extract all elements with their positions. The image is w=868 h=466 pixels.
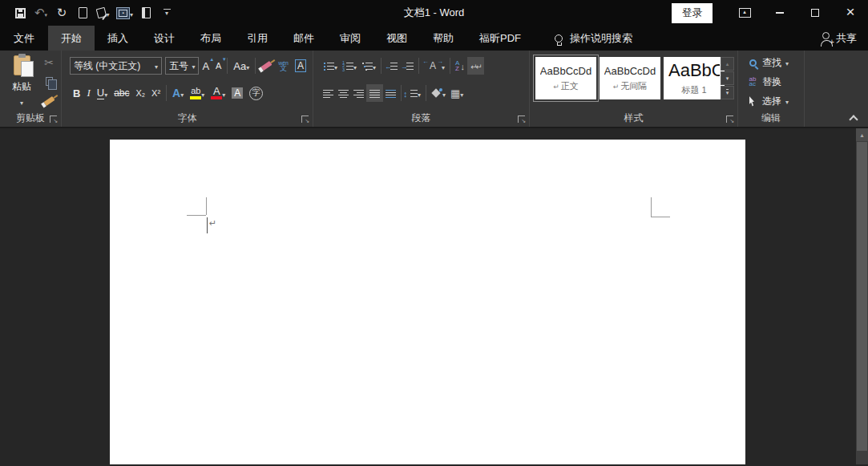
multilevel-list-button[interactable] xyxy=(359,57,378,75)
chevron-down-icon[interactable] xyxy=(222,86,225,100)
picture-frame-button[interactable] xyxy=(114,0,135,26)
cut-button[interactable] xyxy=(40,54,58,71)
minimize-button[interactable] xyxy=(762,0,797,26)
undo-dropdown-icon[interactable] xyxy=(45,6,48,20)
maximize-button[interactable] xyxy=(797,0,833,26)
font-name-combo[interactable]: 等线 (中文正文) xyxy=(70,57,162,75)
close-button[interactable] xyxy=(833,0,868,26)
superscript-button[interactable]: X² xyxy=(148,84,164,102)
undo-button[interactable] xyxy=(30,0,51,26)
clipboard-dialog-launcher-icon[interactable] xyxy=(50,115,57,123)
show-hide-marks-button[interactable] xyxy=(467,57,484,75)
line-spacing-button[interactable] xyxy=(404,84,423,102)
sort-button[interactable]: AZ xyxy=(453,57,467,75)
replace-button[interactable]: abac 替换 xyxy=(745,74,789,90)
font-color-button[interactable]: A xyxy=(208,84,228,102)
styles-more-button[interactable] xyxy=(721,86,734,99)
distribute-button[interactable] xyxy=(383,84,398,102)
tab-insert[interactable]: 插入 xyxy=(95,26,141,51)
redo-button[interactable] xyxy=(51,0,72,26)
tab-help[interactable]: 帮助 xyxy=(420,26,466,51)
vertical-scrollbar[interactable] xyxy=(856,128,868,464)
format-painter-button[interactable] xyxy=(40,92,58,109)
decrease-indent-button[interactable] xyxy=(384,57,400,75)
paragraph-dialog-launcher-icon[interactable] xyxy=(518,115,525,123)
shading-button[interactable] xyxy=(429,84,448,102)
share-button[interactable]: 共享 xyxy=(822,26,868,51)
chevron-down-icon[interactable] xyxy=(201,86,204,100)
increase-indent-button[interactable] xyxy=(400,57,416,75)
find-button[interactable]: 查找 xyxy=(745,55,789,71)
bullets-button[interactable] xyxy=(321,57,340,75)
collapse-ribbon-button[interactable] xyxy=(850,115,857,121)
tab-references[interactable]: 引用 xyxy=(234,26,281,51)
scroll-up-button[interactable] xyxy=(856,128,868,141)
chevron-down-icon[interactable] xyxy=(785,57,789,68)
character-shading-button[interactable]: A xyxy=(228,84,246,102)
scrollbar-thumb[interactable] xyxy=(857,142,867,451)
strikethrough-button[interactable]: abc xyxy=(111,84,132,102)
styles-scroll-up-button[interactable] xyxy=(721,57,734,71)
shrink-font-button[interactable]: A xyxy=(212,57,224,75)
chevron-down-icon[interactable] xyxy=(130,6,133,20)
styles-scroll-down-button[interactable] xyxy=(721,71,734,85)
chevron-down-icon[interactable] xyxy=(192,60,195,71)
tab-view[interactable]: 视图 xyxy=(373,26,420,51)
save-button[interactable] xyxy=(10,0,30,26)
new-document-button[interactable] xyxy=(72,0,93,26)
chevron-down-icon[interactable] xyxy=(246,59,249,73)
tab-design[interactable]: 设计 xyxy=(141,26,188,51)
tab-mailings[interactable]: 邮件 xyxy=(281,26,327,51)
chevron-down-icon[interactable] xyxy=(373,59,376,73)
document-page[interactable] xyxy=(110,140,745,464)
chevron-down-icon[interactable] xyxy=(106,6,109,20)
underline-button[interactable]: U xyxy=(94,84,111,102)
tab-foxit-pdf[interactable]: 福昕PDF xyxy=(466,26,534,51)
style-card-heading1[interactable]: AaBbCcDd 标题 1 xyxy=(664,57,725,99)
ribbon-display-options-button[interactable] xyxy=(727,0,762,26)
font-dialog-launcher-icon[interactable] xyxy=(301,115,309,123)
character-border-button[interactable]: A xyxy=(292,57,309,75)
paste-dropdown-icon[interactable] xyxy=(20,94,23,108)
align-right-button[interactable] xyxy=(351,84,366,102)
chevron-down-icon[interactable] xyxy=(353,59,357,73)
asian-layout-button[interactable]: A xyxy=(422,57,447,75)
grow-font-button[interactable]: A xyxy=(199,57,212,75)
enclose-characters-button[interactable]: 字 xyxy=(246,84,266,102)
paste-button[interactable]: 粘贴 xyxy=(6,54,37,108)
chevron-down-icon[interactable] xyxy=(785,95,789,107)
phonetic-guide-button[interactable]: wén 文 xyxy=(275,57,292,75)
customize-qat-button[interactable] xyxy=(156,0,177,26)
tab-layout[interactable]: 布局 xyxy=(188,26,234,51)
tab-file[interactable]: 文件 xyxy=(0,26,48,51)
highlight-color-button[interactable]: ab xyxy=(187,84,208,102)
borders-button[interactable] xyxy=(448,84,466,102)
change-case-button[interactable]: Aa xyxy=(230,57,252,75)
select-button[interactable]: 选择 xyxy=(745,93,789,109)
clear-formatting-button[interactable] xyxy=(258,57,275,75)
chevron-down-icon[interactable] xyxy=(104,86,107,100)
chevron-down-icon[interactable] xyxy=(418,86,421,100)
style-card-normal[interactable]: AaBbCcDd ↵正文 xyxy=(535,57,596,99)
numbering-button[interactable] xyxy=(340,57,359,75)
font-size-combo[interactable]: 五号 xyxy=(165,57,199,75)
chevron-down-icon[interactable] xyxy=(460,86,463,100)
subscript-button[interactable]: X₂ xyxy=(133,84,149,102)
copy-button[interactable] xyxy=(40,73,58,90)
bold-button[interactable]: B xyxy=(70,84,83,102)
document-canvas[interactable]: ↵ xyxy=(0,128,868,464)
document-button[interactable] xyxy=(135,0,156,26)
chevron-down-icon[interactable] xyxy=(334,59,337,73)
tab-home[interactable]: 开始 xyxy=(48,26,95,51)
chevron-down-icon[interactable] xyxy=(442,86,446,100)
text-effects-button[interactable]: A xyxy=(169,84,187,102)
align-left-button[interactable] xyxy=(321,84,336,102)
align-center-button[interactable] xyxy=(336,84,351,102)
tab-review[interactable]: 审阅 xyxy=(327,26,373,51)
login-button[interactable]: 登录 xyxy=(672,3,713,23)
stamp-pen-button[interactable] xyxy=(93,0,114,26)
chevron-down-icon[interactable] xyxy=(180,86,184,100)
tell-me-search[interactable]: 操作说明搜索 xyxy=(555,26,632,51)
styles-dialog-launcher-icon[interactable] xyxy=(726,115,733,123)
italic-button[interactable]: I xyxy=(83,84,93,102)
